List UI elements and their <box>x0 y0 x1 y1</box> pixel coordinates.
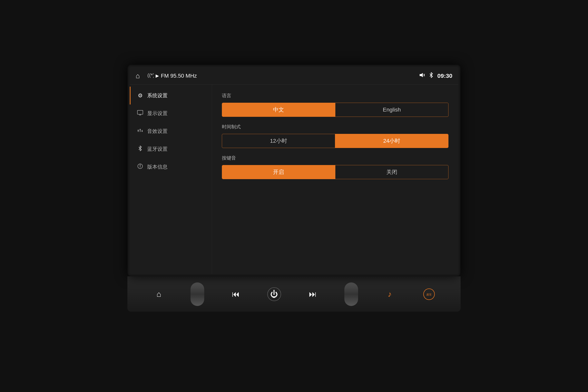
wifi-icon: ((*)) <box>148 72 154 79</box>
info-icon <box>136 164 144 170</box>
hw-prev-button[interactable]: ⏮ <box>228 286 244 302</box>
sidebar-item-version-info[interactable]: 版本信息 <box>130 158 212 176</box>
time-format-section-title: 时间制式 <box>222 124 448 130</box>
display-icon <box>136 110 144 116</box>
radio-info: ((*)) ▶ FM 95.50 MHz <box>148 72 197 79</box>
hw-music-button[interactable]: ♪ <box>382 286 398 302</box>
sidebar-label-display-settings: 显示设置 <box>147 110 168 117</box>
content-panel: 语言 中文 English 时间制式 12小时 24小时 按键音 <box>212 85 458 274</box>
svg-text:((*)): ((*)) <box>148 72 154 78</box>
bluetooth-icon <box>429 72 433 80</box>
key-sound-toggle-row: 开启 关闭 <box>222 165 448 179</box>
hw-logo-button: 易车 <box>421 286 437 302</box>
key-sound-on[interactable]: 开启 <box>222 165 335 179</box>
home-icon[interactable]: ⌂ <box>136 72 140 80</box>
main-content: ⚙ 系统设置 显示设置 <box>130 85 458 274</box>
sidebar-item-system-settings[interactable]: ⚙ 系统设置 <box>130 87 212 104</box>
key-sound-off[interactable]: 关闭 <box>335 165 448 179</box>
screen: ⌂ ((*)) ▶ FM 95.50 MHz <box>130 67 458 274</box>
sidebar-label-version-info: 版本信息 <box>147 164 168 170</box>
hardware-bar: ⌂ ⏮ ⏻ ⏭ ♪ 易车 <box>128 276 460 312</box>
bluetooth-sidebar-icon <box>136 146 144 152</box>
language-option-english[interactable]: English <box>335 103 448 116</box>
language-toggle-row: 中文 English <box>222 103 448 117</box>
sidebar: ⚙ 系统设置 显示设置 <box>130 85 212 274</box>
hw-knob-left[interactable] <box>190 282 204 306</box>
sidebar-item-audio-settings[interactable]: 音效设置 <box>130 122 212 140</box>
svg-rect-4 <box>138 110 143 114</box>
settings-icon: ⚙ <box>136 92 144 99</box>
sidebar-label-system-settings: 系统设置 <box>147 92 168 99</box>
svg-text:易车: 易车 <box>426 293 432 296</box>
hw-next-button[interactable]: ⏭ <box>305 286 321 302</box>
screen-bezel: ⌂ ((*)) ▶ FM 95.50 MHz <box>128 65 460 276</box>
hw-knob-right[interactable] <box>344 282 358 306</box>
sidebar-item-bluetooth-settings[interactable]: 蓝牙设置 <box>130 140 212 158</box>
key-sound-section-title: 按键音 <box>222 155 448 161</box>
svg-marker-1 <box>420 73 423 77</box>
language-option-chinese[interactable]: 中文 <box>222 103 335 116</box>
svg-point-16 <box>140 165 140 166</box>
hw-home-button[interactable]: ⌂ <box>151 286 167 302</box>
sidebar-label-bluetooth-settings: 蓝牙设置 <box>147 146 168 152</box>
header-left: ⌂ ((*)) ▶ FM 95.50 MHz <box>136 72 197 80</box>
header-right: 09:30 <box>419 72 452 80</box>
header-bar: ⌂ ((*)) ▶ FM 95.50 MHz <box>130 67 458 85</box>
radio-text: FM 95.50 MHz <box>161 73 197 79</box>
time-format-24h[interactable]: 24小时 <box>335 134 448 148</box>
time-display: 09:30 <box>437 72 452 79</box>
volume-icon <box>419 72 425 79</box>
time-format-toggle-row: 12小时 24小时 <box>222 134 448 148</box>
sidebar-label-audio-settings: 音效设置 <box>147 128 168 135</box>
equalizer-icon <box>136 128 144 134</box>
play-icon: ▶ <box>156 73 159 78</box>
hw-power-button[interactable]: ⏻ <box>267 287 281 301</box>
car-panel: ⌂ ((*)) ▶ FM 95.50 MHz <box>0 0 588 392</box>
language-section-title: 语言 <box>222 92 448 99</box>
time-format-12h[interactable]: 12小时 <box>222 134 335 148</box>
sidebar-item-display-settings[interactable]: 显示设置 <box>130 104 212 122</box>
